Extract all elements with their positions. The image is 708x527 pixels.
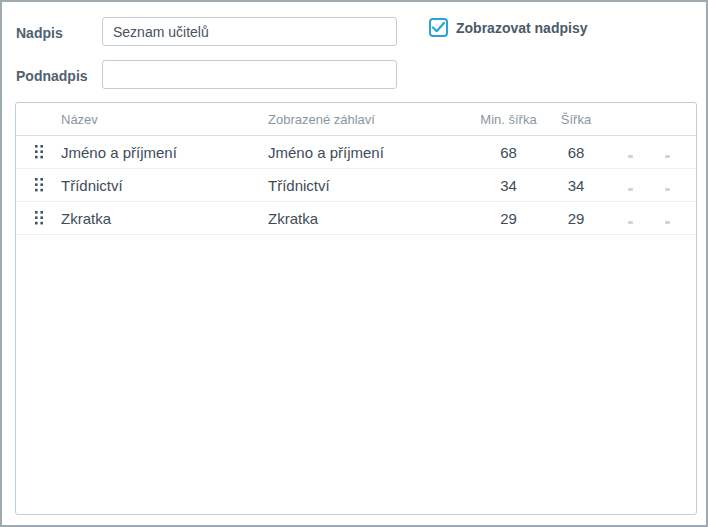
dash-marker — [628, 188, 633, 191]
row-width[interactable]: 68 — [542, 144, 610, 161]
table-row[interactable]: Zkratka Zkratka 29 29 — [16, 202, 696, 235]
checkmark-icon — [432, 22, 445, 33]
title-input[interactable] — [102, 17, 397, 46]
column-header-width: Šířka — [542, 112, 610, 127]
row-width[interactable]: 29 — [542, 210, 610, 227]
settings-panel: Nadpis Podnadpis Zobrazovat nadpisy Náze… — [0, 0, 708, 527]
column-header-displayed: Zobrazené záhlaví — [268, 112, 475, 127]
drag-handle-icon[interactable] — [33, 176, 45, 194]
column-header-name: Název — [61, 112, 268, 127]
row-displayed-header: Třídnictví — [268, 177, 475, 194]
drag-handle-icon[interactable] — [33, 209, 45, 227]
table-header-row: Název Zobrazené záhlaví Min. šířka Šířka — [16, 103, 696, 136]
row-name: Zkratka — [61, 210, 268, 227]
row-min-width[interactable]: 29 — [475, 210, 542, 227]
columns-table: Název Zobrazené záhlaví Min. šířka Šířka — [15, 102, 697, 515]
row-displayed-header: Zkratka — [268, 210, 475, 227]
drag-handle-icon[interactable] — [33, 143, 45, 161]
row-min-width[interactable]: 34 — [475, 177, 542, 194]
row-displayed-header: Jméno a příjmení — [268, 144, 475, 161]
table-body: Jméno a příjmení Jméno a příjmení 68 68 … — [16, 136, 696, 235]
row-name: Třídnictví — [61, 177, 268, 194]
show-titles-label: Zobrazovat nadpisy — [456, 20, 587, 36]
dash-marker — [665, 188, 670, 191]
row-min-width[interactable]: 68 — [475, 144, 542, 161]
column-header-min-width: Min. šířka — [475, 112, 542, 127]
subtitle-input[interactable] — [102, 60, 397, 89]
subtitle-label: Podnadpis — [16, 68, 88, 84]
dash-marker — [665, 155, 670, 158]
row-name: Jméno a příjmení — [61, 144, 268, 161]
title-label: Nadpis — [16, 25, 63, 41]
dash-marker — [628, 221, 633, 224]
show-titles-checkbox-group: Zobrazovat nadpisy — [429, 18, 587, 37]
table-row[interactable]: Třídnictví Třídnictví 34 34 — [16, 169, 696, 202]
table-row[interactable]: Jméno a příjmení Jméno a příjmení 68 68 — [16, 136, 696, 169]
row-width[interactable]: 34 — [542, 177, 610, 194]
dash-marker — [628, 155, 633, 158]
show-titles-checkbox[interactable] — [429, 18, 448, 37]
dash-marker — [665, 221, 670, 224]
